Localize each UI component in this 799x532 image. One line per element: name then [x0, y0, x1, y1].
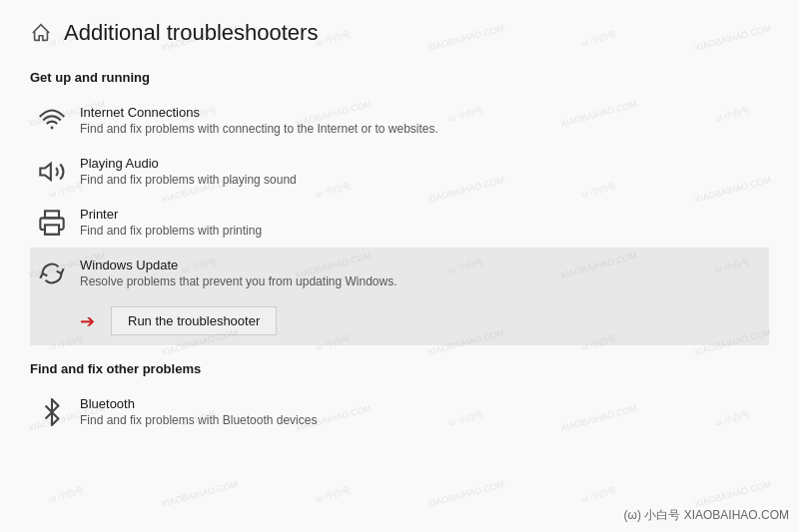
item-desc: Find and fix problems with playing sound: [80, 173, 297, 187]
item-content: Internet Connections Find and fix proble…: [80, 105, 438, 136]
list-item[interactable]: Bluetooth Find and fix problems with Blu…: [30, 386, 769, 437]
list-item[interactable]: Playing Audio Find and fix problems with…: [30, 146, 769, 197]
troubleshooter-list-1: Internet Connections Find and fix proble…: [30, 95, 769, 345]
list-item[interactable]: Printer Find and fix problems with print…: [30, 197, 769, 248]
item-name: Printer: [80, 207, 262, 222]
home-icon[interactable]: [30, 22, 52, 44]
svg-marker-1: [40, 164, 51, 180]
svg-rect-3: [45, 225, 59, 234]
item-content: Printer Find and fix problems with print…: [80, 207, 262, 238]
item-content: Playing Audio Find and fix problems with…: [80, 156, 297, 187]
list-item[interactable]: Internet Connections Find and fix proble…: [30, 95, 769, 146]
arrow-right-icon: ➔: [80, 310, 95, 332]
item-desc: Find and fix problems with Bluetooth dev…: [80, 413, 317, 427]
watermark-bottom: (ω) 小白号 XIAOBAIHAO.COM: [624, 507, 789, 524]
item-desc: Find and fix problems with printing: [80, 224, 262, 238]
svg-point-0: [51, 127, 54, 130]
troubleshooter-list-2: Bluetooth Find and fix problems with Blu…: [30, 386, 769, 437]
list-item-windows-update[interactable]: Windows Update Resolve problems that pre…: [30, 248, 769, 298]
item-content: Bluetooth Find and fix problems with Blu…: [80, 396, 317, 427]
item-name: Bluetooth: [80, 396, 317, 411]
page-container: ω 小白号 XIAOBAIHAO.COM ω 小白号 XIAOBAIHAO.CO…: [0, 0, 799, 532]
printer-icon: [38, 209, 66, 237]
item-content: Windows Update Resolve problems that pre…: [80, 258, 398, 288]
page-title: Additional troubleshooters: [64, 20, 318, 46]
item-name: Playing Audio: [80, 156, 297, 171]
page-header: Additional troubleshooters: [30, 20, 769, 46]
bluetooth-icon: [38, 398, 66, 426]
section-heading-find-fix: Find and fix other problems: [30, 361, 769, 376]
run-troubleshooter-button[interactable]: Run the troubleshooter: [111, 306, 277, 335]
run-button-row: ➔ Run the troubleshooter: [30, 298, 769, 345]
update-icon: [38, 260, 66, 287]
item-desc: Resolve problems that prevent you from u…: [80, 274, 398, 288]
svg-rect-2: [45, 211, 59, 218]
audio-icon: [38, 158, 66, 186]
item-name: Windows Update: [80, 258, 398, 272]
item-desc: Find and fix problems with connecting to…: [80, 122, 438, 136]
section-heading-get-up: Get up and running: [30, 70, 769, 85]
item-name: Internet Connections: [80, 105, 438, 120]
wifi-icon: [38, 107, 66, 135]
